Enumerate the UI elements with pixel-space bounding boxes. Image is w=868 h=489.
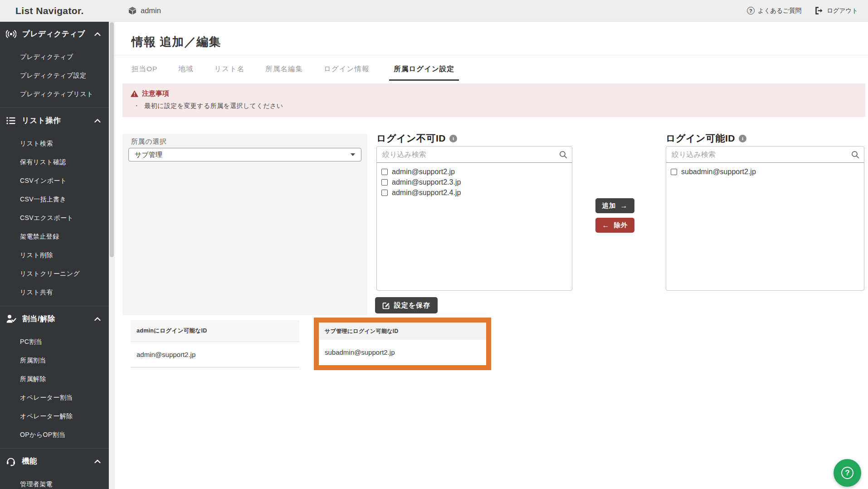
section-label: 機能 — [22, 456, 37, 466]
affiliation-select-label: 所属の選択 — [131, 137, 166, 146]
affiliation-select[interactable]: サブ管理 — [128, 148, 361, 161]
logout-link[interactable]: ログアウト — [815, 7, 858, 15]
sidebar-section-header-functions[interactable]: 機能 — [0, 449, 109, 474]
tab-login-info[interactable]: ログイン情報 — [323, 62, 370, 81]
deny-id-row[interactable]: admin@support2.jp — [381, 166, 567, 177]
logout-icon — [815, 7, 824, 15]
warning-triangle-icon — [131, 90, 138, 97]
sidebar-item[interactable]: リスト削除 — [0, 246, 109, 264]
arrow-left-icon: ← — [602, 221, 610, 230]
save-settings-button[interactable]: 設定を保存 — [375, 297, 438, 313]
sidebar-scrollbar-thumb[interactable] — [110, 22, 114, 257]
caret-down-icon — [351, 153, 355, 156]
list-icon — [6, 116, 16, 125]
affiliation-selected-value: サブ管理 — [135, 151, 162, 159]
sidebar-item[interactable]: CSVインポート — [0, 171, 109, 190]
section-label: プレディクティブ — [22, 29, 85, 39]
sidebar-section-list-ops: リスト操作 リスト検索 保有リスト確認 CSVインポート CSV一括上書き CS… — [0, 108, 109, 306]
bullet-marker: ・ — [133, 102, 140, 110]
sidebar-item[interactable]: PC割当 — [0, 333, 109, 351]
sidebar-item[interactable]: 管理者架電 — [0, 475, 109, 489]
logout-label: ログアウト — [827, 7, 858, 15]
tab-affiliation-name-edit[interactable]: 所属名編集 — [265, 62, 304, 81]
sidebar-item[interactable]: 所属解除 — [0, 370, 109, 388]
sidebar-item[interactable]: 所属割当 — [0, 351, 109, 370]
table-header: adminにログイン可能なID — [131, 320, 299, 342]
remove-button[interactable]: ← 除外 — [595, 218, 634, 233]
sidebar-section-header-assign[interactable]: 割当/解除 — [0, 306, 109, 331]
account-name: admin — [141, 6, 161, 15]
info-icon[interactable]: i — [739, 135, 746, 142]
checkbox[interactable] — [381, 190, 388, 196]
id-label: admin@support2.4.jp — [392, 189, 461, 197]
add-button[interactable]: 追加 → — [595, 198, 634, 213]
question-circle-icon: ? — [747, 7, 755, 15]
info-icon[interactable]: i — [449, 135, 457, 142]
deny-id-listbox: admin@support2.jp admin@support2.3.jp ad… — [376, 146, 572, 291]
allow-id-listbox: subadmin@support2.jp — [666, 146, 864, 291]
checkbox[interactable] — [381, 179, 388, 186]
arrow-right-icon: → — [620, 202, 628, 210]
topbar: List Navigator. admin ? よくあるご質問 ログアウト — [0, 0, 868, 22]
sidebar-section-predictive: プレディクティブ プレディクティブ プレディクティブ設定 プレディクティブリスト — [0, 21, 109, 108]
affiliation-panel: 所属の選択 サブ管理 — [122, 134, 367, 315]
tab-affiliation-login-settings[interactable]: 所属ログイン設定 — [389, 62, 458, 81]
sidebar-item[interactable]: プレディクティブ — [0, 48, 109, 66]
sidebar-item[interactable]: CSVエクスポート — [0, 209, 109, 227]
sidebar-item[interactable]: 保有リスト確認 — [0, 153, 109, 171]
help-button[interactable]: ? — [834, 459, 861, 487]
person-check-icon — [6, 314, 16, 323]
broadcast-icon — [6, 29, 16, 39]
sidebar-item[interactable]: プレディクティブ設定 — [0, 66, 109, 85]
sidebar-item[interactable]: OPからOP割当 — [0, 425, 109, 444]
deny-search-input[interactable] — [381, 150, 556, 159]
headset-icon — [6, 456, 16, 466]
sidebar-item[interactable]: リスト検索 — [0, 134, 109, 153]
admin-login-id-table: adminにログイン可能なID admin@support2.jp — [131, 320, 299, 367]
id-label: subadmin@support2.jp — [681, 168, 756, 176]
allow-search-input[interactable] — [671, 150, 848, 159]
app-logo: List Navigator. — [15, 0, 84, 21]
sidebar-item[interactable]: オペレーター割当 — [0, 388, 109, 407]
chevron-up-icon[interactable] — [94, 118, 101, 123]
tab-tanto-op[interactable]: 担当OP — [131, 62, 158, 81]
allow-id-row[interactable]: subadmin@support2.jp — [671, 166, 859, 177]
sidebar-section-functions: 機能 管理者架電 リスト制作架電 — [0, 449, 109, 489]
section-label: リスト操作 — [22, 116, 61, 126]
deny-id-row[interactable]: admin@support2.4.jp — [381, 187, 567, 198]
tab-list-name[interactable]: リスト名 — [213, 62, 245, 81]
notice-title: 注意事項 — [142, 89, 169, 98]
edit-icon — [382, 302, 390, 309]
help-icon: ? — [841, 467, 853, 479]
sidebar: プレディクティブ プレディクティブ プレディクティブ設定 プレディクティブリスト… — [0, 21, 109, 489]
tab-region[interactable]: 地域 — [177, 62, 194, 81]
sidebar-item[interactable]: プレディクティブリスト — [0, 85, 109, 103]
account-indicator: admin — [128, 0, 161, 21]
section-label: 割当/解除 — [22, 314, 55, 324]
chevron-up-icon[interactable] — [94, 317, 101, 321]
chevron-up-icon[interactable] — [94, 32, 101, 36]
sidebar-item[interactable]: オペレーター解除 — [0, 407, 109, 425]
deny-id-row[interactable]: admin@support2.3.jp — [381, 177, 567, 187]
checkbox[interactable] — [671, 169, 677, 175]
sidebar-scrollbar[interactable] — [109, 21, 115, 489]
deny-id-header: ログイン不可ID i — [376, 132, 457, 145]
title-divider — [115, 55, 868, 55]
cube-icon — [128, 6, 137, 15]
add-button-label: 追加 — [602, 201, 616, 210]
save-settings-label: 設定を保存 — [394, 301, 430, 310]
sidebar-section-header-predictive[interactable]: プレディクティブ — [0, 21, 109, 46]
page-title: 情報 追加／編集 — [132, 34, 221, 50]
remove-button-label: 除外 — [614, 221, 628, 230]
sidebar-item[interactable]: リストクリーニング — [0, 264, 109, 283]
tab-bar: 担当OP 地域 リスト名 所属名編集 ログイン情報 所属ログイン設定 — [131, 62, 459, 81]
checkbox[interactable] — [381, 169, 388, 175]
notice-banner: 注意事項 ・ 最初に設定を変更する所属を選択してください — [122, 83, 865, 117]
sidebar-item[interactable]: リスト共有 — [0, 283, 109, 302]
chevron-up-icon[interactable] — [94, 459, 101, 464]
sidebar-section-header-list-ops[interactable]: リスト操作 — [0, 108, 109, 133]
id-label: admin@support2.jp — [392, 168, 455, 176]
faq-link[interactable]: ? よくあるご質問 — [747, 7, 801, 15]
sidebar-item[interactable]: CSV一括上書き — [0, 190, 109, 209]
sidebar-item[interactable]: 架電禁止登録 — [0, 227, 109, 246]
